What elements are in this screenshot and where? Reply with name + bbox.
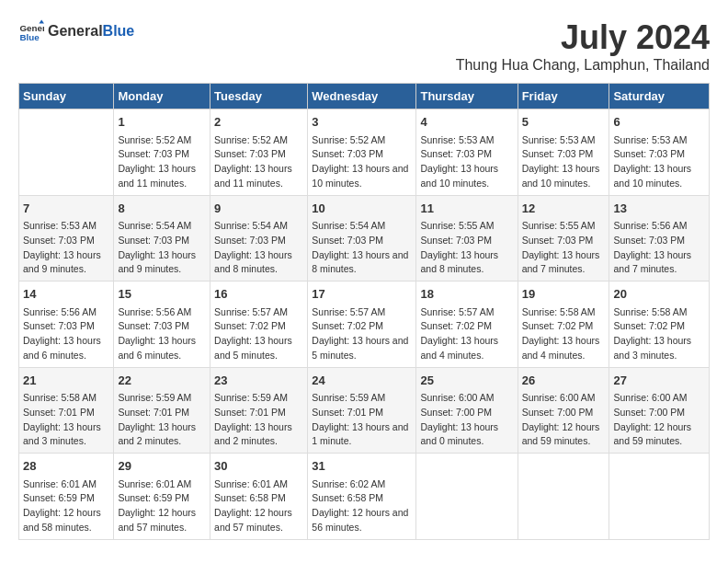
day-number: 4 <box>420 113 513 132</box>
day-info: Sunrise: 5:52 AMSunset: 7:03 PMDaylight:… <box>312 133 412 191</box>
day-info: Sunrise: 5:53 AMSunset: 7:03 PMDaylight:… <box>23 219 109 277</box>
day-info: Sunrise: 5:54 AMSunset: 7:03 PMDaylight:… <box>118 219 206 277</box>
calendar-cell: 2Sunrise: 5:52 AMSunset: 7:03 PMDaylight… <box>210 109 308 196</box>
calendar-cell: 14Sunrise: 5:56 AMSunset: 7:03 PMDayligh… <box>19 282 114 368</box>
calendar-cell: 12Sunrise: 5:55 AMSunset: 7:03 PMDayligh… <box>518 195 609 282</box>
day-number: 17 <box>312 285 412 304</box>
day-number: 8 <box>118 200 206 218</box>
calendar-cell: 28Sunrise: 6:01 AMSunset: 6:59 PMDayligh… <box>19 454 114 540</box>
day-number: 9 <box>214 200 303 218</box>
calendar-cell: 25Sunrise: 6:00 AMSunset: 7:00 PMDayligh… <box>416 367 518 454</box>
day-info: Sunrise: 5:58 AMSunset: 7:01 PMDaylight:… <box>23 391 109 449</box>
calendar-cell: 30Sunrise: 6:01 AMSunset: 6:58 PMDayligh… <box>210 454 308 540</box>
calendar-week-2: 7Sunrise: 5:53 AMSunset: 7:03 PMDaylight… <box>19 195 710 282</box>
logo-icon: General Blue <box>18 18 44 44</box>
day-number: 19 <box>522 285 606 304</box>
calendar-cell <box>518 454 609 540</box>
day-info: Sunrise: 5:59 AMSunset: 7:01 PMDaylight:… <box>214 391 303 449</box>
day-number: 23 <box>214 372 303 390</box>
day-number: 11 <box>420 200 513 218</box>
logo: General Blue GeneralBlue <box>18 18 134 44</box>
calendar-table: Sunday Monday Tuesday Wednesday Thursday… <box>18 83 710 540</box>
calendar-cell: 20Sunrise: 5:58 AMSunset: 7:02 PMDayligh… <box>609 282 710 368</box>
day-info: Sunrise: 5:59 AMSunset: 7:01 PMDaylight:… <box>312 391 412 449</box>
day-info: Sunrise: 5:59 AMSunset: 7:01 PMDaylight:… <box>118 391 206 449</box>
header: General Blue GeneralBlue July 2024 Thung… <box>18 18 710 74</box>
calendar-cell: 13Sunrise: 5:56 AMSunset: 7:03 PMDayligh… <box>609 195 710 282</box>
day-number: 10 <box>312 200 412 218</box>
subtitle: Thung Hua Chang, Lamphun, Thailand <box>456 57 710 74</box>
day-number: 13 <box>613 200 705 218</box>
calendar-cell: 1Sunrise: 5:52 AMSunset: 7:03 PMDaylight… <box>114 109 210 196</box>
logo-blue: Blue <box>103 23 135 40</box>
day-number: 6 <box>613 113 705 132</box>
col-friday: Friday <box>518 84 609 109</box>
calendar-cell: 10Sunrise: 5:54 AMSunset: 7:03 PMDayligh… <box>308 195 416 282</box>
col-tuesday: Tuesday <box>210 84 308 109</box>
day-info: Sunrise: 5:55 AMSunset: 7:03 PMDaylight:… <box>522 219 606 277</box>
day-info: Sunrise: 5:56 AMSunset: 7:03 PMDaylight:… <box>23 305 109 363</box>
day-number: 28 <box>23 457 109 476</box>
calendar-cell <box>416 454 518 540</box>
calendar-cell: 18Sunrise: 5:57 AMSunset: 7:02 PMDayligh… <box>416 282 518 368</box>
col-sunday: Sunday <box>19 84 114 109</box>
col-thursday: Thursday <box>416 84 518 109</box>
calendar-cell: 7Sunrise: 5:53 AMSunset: 7:03 PMDaylight… <box>19 195 114 282</box>
calendar-cell: 23Sunrise: 5:59 AMSunset: 7:01 PMDayligh… <box>210 367 308 454</box>
day-number: 7 <box>23 200 109 218</box>
day-info: Sunrise: 6:01 AMSunset: 6:58 PMDaylight:… <box>214 477 303 535</box>
col-monday: Monday <box>114 84 210 109</box>
day-number: 27 <box>613 372 705 390</box>
day-info: Sunrise: 6:01 AMSunset: 6:59 PMDaylight:… <box>23 477 109 535</box>
calendar-cell: 22Sunrise: 5:59 AMSunset: 7:01 PMDayligh… <box>114 367 210 454</box>
day-info: Sunrise: 5:52 AMSunset: 7:03 PMDaylight:… <box>214 133 303 191</box>
day-info: Sunrise: 5:52 AMSunset: 7:03 PMDaylight:… <box>118 133 206 191</box>
day-number: 29 <box>118 457 206 476</box>
calendar-cell: 26Sunrise: 6:00 AMSunset: 7:00 PMDayligh… <box>518 367 609 454</box>
day-number: 31 <box>312 457 412 476</box>
calendar-cell: 6Sunrise: 5:53 AMSunset: 7:03 PMDaylight… <box>609 109 710 196</box>
main-title: July 2024 <box>456 18 710 57</box>
col-wednesday: Wednesday <box>308 84 416 109</box>
title-area: July 2024 Thung Hua Chang, Lamphun, Thai… <box>456 18 710 74</box>
day-info: Sunrise: 5:53 AMSunset: 7:03 PMDaylight:… <box>613 133 705 191</box>
day-info: Sunrise: 5:54 AMSunset: 7:03 PMDaylight:… <box>312 219 412 277</box>
svg-marker-2 <box>39 19 44 23</box>
day-info: Sunrise: 5:57 AMSunset: 7:02 PMDaylight:… <box>420 305 513 363</box>
calendar-week-3: 14Sunrise: 5:56 AMSunset: 7:03 PMDayligh… <box>19 282 710 368</box>
day-info: Sunrise: 5:56 AMSunset: 7:03 PMDaylight:… <box>118 305 206 363</box>
day-number: 5 <box>522 113 606 132</box>
day-number: 14 <box>23 285 109 304</box>
svg-text:Blue: Blue <box>19 32 40 42</box>
day-info: Sunrise: 5:53 AMSunset: 7:03 PMDaylight:… <box>522 133 606 191</box>
day-number: 26 <box>522 372 606 390</box>
day-info: Sunrise: 6:00 AMSunset: 7:00 PMDaylight:… <box>522 391 606 449</box>
calendar-cell: 21Sunrise: 5:58 AMSunset: 7:01 PMDayligh… <box>19 367 114 454</box>
col-saturday: Saturday <box>609 84 710 109</box>
day-number: 16 <box>214 285 303 304</box>
day-number: 20 <box>613 285 705 304</box>
calendar-week-1: 1Sunrise: 5:52 AMSunset: 7:03 PMDaylight… <box>19 109 710 196</box>
day-number: 30 <box>214 457 303 476</box>
day-number: 21 <box>23 372 109 390</box>
day-info: Sunrise: 6:02 AMSunset: 6:58 PMDaylight:… <box>312 477 412 535</box>
calendar-week-4: 21Sunrise: 5:58 AMSunset: 7:01 PMDayligh… <box>19 367 710 454</box>
calendar-cell: 19Sunrise: 5:58 AMSunset: 7:02 PMDayligh… <box>518 282 609 368</box>
day-number: 18 <box>420 285 513 304</box>
day-number: 25 <box>420 372 513 390</box>
calendar-cell: 17Sunrise: 5:57 AMSunset: 7:02 PMDayligh… <box>308 282 416 368</box>
calendar-cell: 31Sunrise: 6:02 AMSunset: 6:58 PMDayligh… <box>308 454 416 540</box>
calendar-cell: 24Sunrise: 5:59 AMSunset: 7:01 PMDayligh… <box>308 367 416 454</box>
day-info: Sunrise: 5:56 AMSunset: 7:03 PMDaylight:… <box>613 219 705 277</box>
calendar-cell: 8Sunrise: 5:54 AMSunset: 7:03 PMDaylight… <box>114 195 210 282</box>
day-info: Sunrise: 5:54 AMSunset: 7:03 PMDaylight:… <box>214 219 303 277</box>
calendar-cell: 3Sunrise: 5:52 AMSunset: 7:03 PMDaylight… <box>308 109 416 196</box>
calendar-cell: 4Sunrise: 5:53 AMSunset: 7:03 PMDaylight… <box>416 109 518 196</box>
calendar-cell <box>19 109 114 196</box>
calendar-cell: 5Sunrise: 5:53 AMSunset: 7:03 PMDaylight… <box>518 109 609 196</box>
day-info: Sunrise: 5:58 AMSunset: 7:02 PMDaylight:… <box>613 305 705 363</box>
logo-general: General <box>48 23 103 40</box>
calendar-cell: 27Sunrise: 6:00 AMSunset: 7:00 PMDayligh… <box>609 367 710 454</box>
day-number: 1 <box>118 113 206 132</box>
day-info: Sunrise: 5:57 AMSunset: 7:02 PMDaylight:… <box>312 305 412 363</box>
